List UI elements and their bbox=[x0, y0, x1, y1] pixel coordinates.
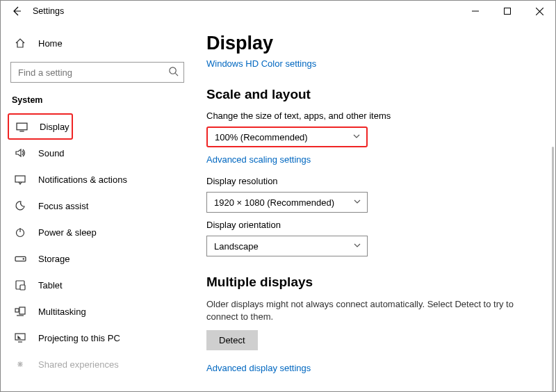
sidebar-item-label: Display bbox=[40, 122, 70, 132]
sidebar: Home System Display Sound Notifica bbox=[1, 22, 194, 392]
window-title: Settings bbox=[33, 6, 64, 16]
projecting-icon bbox=[12, 332, 28, 343]
sidebar-item-label: Projecting to this PC bbox=[38, 333, 120, 343]
orientation-label: Display orientation bbox=[206, 220, 539, 230]
sidebar-item-label: Notifications & actions bbox=[38, 174, 127, 185]
sidebar-item-multitasking[interactable]: Multitasking bbox=[8, 298, 187, 325]
minimize-button[interactable] bbox=[459, 1, 491, 22]
notifications-icon bbox=[12, 174, 28, 185]
svg-rect-10 bbox=[19, 307, 25, 314]
sidebar-home-label: Home bbox=[38, 38, 63, 49]
resolution-label: Display resolution bbox=[206, 176, 539, 186]
chevron-down-icon bbox=[353, 197, 361, 208]
home-icon bbox=[12, 38, 28, 49]
multiple-displays-desc: Older displays might not always connect … bbox=[206, 298, 539, 323]
scale-value: 100% (Recommended) bbox=[215, 132, 308, 142]
sound-icon bbox=[12, 147, 28, 158]
svg-rect-9 bbox=[15, 309, 19, 312]
orientation-value: Landscape bbox=[214, 241, 259, 252]
svg-rect-0 bbox=[505, 8, 511, 15]
sidebar-item-label: Sound bbox=[38, 148, 65, 158]
close-button[interactable] bbox=[523, 1, 555, 22]
sidebar-item-label: Multitasking bbox=[38, 307, 86, 317]
scrollbar[interactable] bbox=[552, 147, 554, 392]
hd-color-link[interactable]: Windows HD Color settings bbox=[206, 58, 316, 69]
power-icon bbox=[12, 227, 28, 238]
resolution-value: 1920 × 1080 (Recommended) bbox=[214, 197, 334, 208]
scale-layout-heading: Scale and layout bbox=[206, 87, 539, 102]
advanced-scaling-link[interactable]: Advanced scaling settings bbox=[206, 154, 311, 165]
chevron-down-icon bbox=[352, 132, 361, 142]
sidebar-item-focus-assist[interactable]: Focus assist bbox=[8, 193, 187, 219]
sidebar-category: System bbox=[8, 95, 187, 113]
shared-icon bbox=[12, 359, 28, 370]
scale-dropdown[interactable]: 100% (Recommended) bbox=[206, 126, 368, 147]
sidebar-item-notifications[interactable]: Notifications & actions bbox=[8, 166, 187, 193]
multitasking-icon bbox=[12, 306, 28, 317]
page-title: Display bbox=[206, 33, 539, 54]
svg-rect-8 bbox=[20, 285, 25, 290]
sidebar-item-label: Tablet bbox=[38, 280, 63, 291]
back-button[interactable] bbox=[8, 3, 24, 19]
sidebar-item-label: Focus assist bbox=[38, 201, 88, 211]
advanced-display-link[interactable]: Advanced display settings bbox=[206, 363, 311, 373]
detect-button[interactable]: Detect bbox=[206, 330, 258, 350]
search-icon bbox=[168, 66, 179, 79]
search-box[interactable] bbox=[10, 62, 184, 83]
maximize-button[interactable] bbox=[491, 1, 523, 22]
sidebar-item-display[interactable]: Display bbox=[8, 113, 73, 140]
scale-label: Change the size of text, apps, and other… bbox=[206, 111, 539, 121]
sidebar-item-storage[interactable]: Storage bbox=[8, 245, 187, 272]
storage-icon bbox=[12, 253, 28, 265]
svg-point-6 bbox=[23, 258, 24, 259]
svg-rect-3 bbox=[15, 176, 25, 182]
content-area: Display Windows HD Color settings Scale … bbox=[194, 22, 555, 392]
multiple-displays-heading: Multiple displays bbox=[206, 275, 539, 290]
sidebar-item-power-sleep[interactable]: Power & sleep bbox=[8, 219, 187, 245]
tablet-icon bbox=[12, 279, 28, 291]
sidebar-item-label: Shared experiences bbox=[38, 359, 119, 370]
chevron-down-icon bbox=[353, 241, 361, 252]
focus-assist-icon bbox=[12, 200, 28, 211]
orientation-dropdown[interactable]: Landscape bbox=[206, 236, 368, 256]
sidebar-item-label: Power & sleep bbox=[38, 227, 97, 238]
svg-rect-11 bbox=[15, 334, 25, 340]
display-icon bbox=[13, 121, 30, 133]
search-input[interactable] bbox=[10, 62, 184, 83]
svg-rect-2 bbox=[17, 123, 27, 130]
sidebar-item-sound[interactable]: Sound bbox=[8, 140, 187, 166]
sidebar-item-projecting[interactable]: Projecting to this PC bbox=[8, 325, 187, 351]
svg-point-1 bbox=[170, 67, 176, 74]
sidebar-item-tablet[interactable]: Tablet bbox=[8, 272, 187, 298]
sidebar-item-shared[interactable]: Shared experiences bbox=[8, 351, 187, 377]
sidebar-home[interactable]: Home bbox=[8, 31, 187, 55]
resolution-dropdown[interactable]: 1920 × 1080 (Recommended) bbox=[206, 192, 368, 213]
sidebar-item-label: Storage bbox=[38, 254, 70, 264]
